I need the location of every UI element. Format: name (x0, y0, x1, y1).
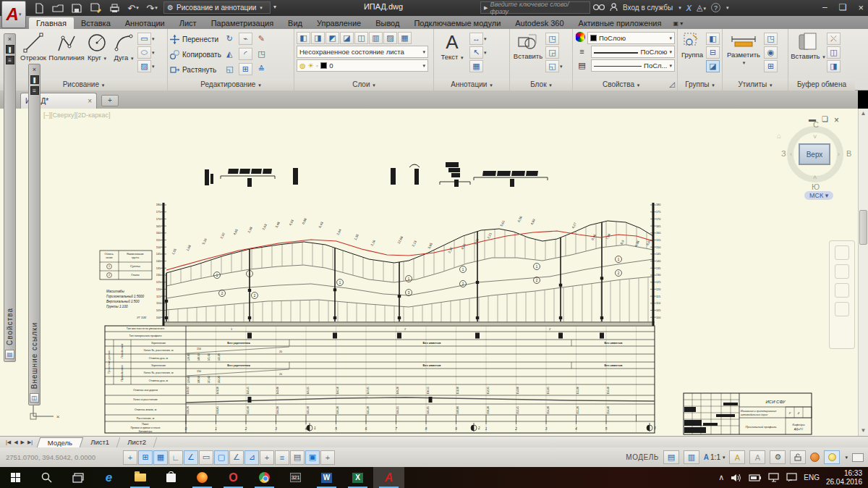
lineweight-dropdown[interactable]: ПоСлою▾ (591, 46, 675, 58)
annotation-scale-dropdown[interactable]: A 1:1 ▾ (704, 453, 726, 461)
leader-icon[interactable]: ↖ (469, 46, 483, 59)
ungroup-icon[interactable]: ◧ (706, 33, 720, 45)
quick-calc-icon[interactable]: ⊞ (764, 60, 778, 72)
toggle-osnap-3d[interactable]: ▢ (214, 450, 229, 465)
signin-user-icon[interactable] (610, 3, 618, 13)
ribbon-tab-Управление[interactable]: Управление (310, 17, 368, 29)
plot-icon[interactable] (107, 2, 122, 14)
layer-sun-icon[interactable]: ☀ (307, 62, 314, 70)
object-color-dropdown[interactable]: ПоСлою▾ (587, 32, 675, 44)
panel-label-properties[interactable]: Свойства ▾ ◿ (573, 79, 677, 91)
nav-zoom-icon[interactable] (835, 283, 849, 298)
volume-icon[interactable] (731, 473, 742, 483)
viewcube-east[interactable]: В (846, 149, 851, 158)
toggle-isodraft[interactable]: ∠ (229, 450, 244, 465)
toggle-ortho[interactable]: ∟ (169, 450, 183, 465)
hatch-icon[interactable]: ▨ (137, 60, 151, 72)
taskbar-word[interactable]: W (311, 467, 342, 488)
toggle-snap[interactable]: + (123, 450, 137, 465)
action-center-icon[interactable] (786, 473, 797, 482)
toggle-annotation-monitor[interactable]: + (320, 450, 335, 465)
taskbar-explorer[interactable] (124, 467, 156, 488)
group-selection-icon[interactable]: ◪ (706, 60, 720, 72)
arc-button[interactable]: Дуга ▾ (111, 30, 136, 79)
palette-autohide-icon[interactable]: ❚ (30, 75, 39, 84)
polyline-button[interactable]: Полилиния (51, 30, 82, 79)
task-view-button[interactable] (62, 467, 93, 488)
minimize-button[interactable]: – (822, 2, 827, 12)
dwg-restore-icon[interactable]: ❏ (822, 116, 828, 125)
stretch-button[interactable]: Растянуть (170, 64, 221, 77)
palette-properties[interactable]: × ❚ ≡ Свойства ▤ (4, 33, 16, 362)
trim-icon[interactable]: ⌁ (239, 33, 252, 45)
network-icon[interactable] (768, 473, 780, 482)
ribbon-tab-Вид[interactable]: Вид (281, 17, 310, 29)
clock[interactable]: 16:33 26.04.2016 (826, 469, 862, 487)
toggle-grid-snap[interactable]: ⊞ (138, 450, 153, 465)
ribbon-tab-Вставка[interactable]: Вставка (74, 17, 118, 29)
application-menu-button[interactable]: A▾ (1, 1, 26, 28)
group-button[interactable]: Группа (680, 30, 705, 79)
quick-select-icon[interactable]: ◳ (764, 33, 778, 45)
group-edit-icon[interactable]: ⊟ (706, 46, 720, 59)
redo-icon[interactable]: ↷▾ (145, 2, 159, 14)
layer-lock-icon[interactable]: ◫ (354, 32, 368, 44)
layout-quickview-icon[interactable]: ▤ (663, 450, 679, 464)
toggle-lineweight[interactable]: ≡ (275, 450, 289, 465)
save-as-icon[interactable] (88, 2, 103, 14)
exchange-apps-icon[interactable]: X (686, 4, 692, 12)
scale-icon[interactable]: ◱ (223, 63, 237, 75)
table-icon[interactable]: ▦ (469, 60, 483, 72)
layer-dropdown[interactable]: ◍ ☀ ◦ 0▾ (297, 59, 428, 72)
panel-label-modify[interactable]: Редактирование ▾ (168, 79, 294, 91)
layer-freeze-icon[interactable]: ◪ (340, 32, 354, 44)
palette-close-icon[interactable]: × (8, 35, 12, 43)
status-menu-icon[interactable]: ▾ (845, 455, 848, 460)
layer-unlock-icon[interactable]: ◦ (316, 62, 318, 70)
measure-button[interactable]: Разметить ▾ (725, 30, 762, 79)
panel-label-clipboard[interactable]: Буфер обмена (788, 79, 855, 91)
layout-tab-Модель[interactable]: Модель (37, 437, 84, 447)
ribbon-tab-Вывод[interactable]: Вывод (368, 17, 407, 29)
language-indicator[interactable]: ENG (804, 474, 820, 481)
copy-clip-icon[interactable]: ◫ (827, 46, 841, 59)
clean-screen-button[interactable] (852, 453, 864, 462)
tray-expand-icon[interactable]: ∧ (718, 473, 724, 482)
viewcube[interactable]: ⌂ С Ю З В ‹ › ˅ ˄ Верх МСК ▾ (780, 122, 855, 207)
taskbar-opera[interactable]: O (218, 467, 249, 488)
paste-special-icon[interactable]: ◨ (827, 60, 841, 72)
vertical-scrollbar[interactable]: ▲ ▼ (858, 109, 868, 436)
signin-label[interactable]: Вход в службы (623, 4, 673, 12)
palette-close-icon[interactable]: × (33, 66, 36, 73)
palette-autohide-icon[interactable]: ❚ (6, 45, 14, 54)
layer-isolate-icon[interactable]: ◩ (326, 32, 339, 44)
scrollbar-thumb[interactable] (859, 210, 867, 245)
toggle-dynamic-input[interactable]: + (260, 450, 274, 465)
array-icon[interactable]: ⊞ (239, 63, 252, 75)
isolate-objects-icon[interactable] (824, 450, 840, 464)
ribbon-tab-Активные приложения[interactable]: Активные приложения (571, 17, 669, 29)
toggle-object-snap-tracking[interactable]: ⊿ (244, 450, 259, 465)
taskbar-excel[interactable]: X (342, 467, 373, 488)
toggle-quick-properties[interactable]: ▣ (305, 450, 320, 465)
taskbar-mpc[interactable]: 321 (280, 467, 311, 488)
lock-ui-icon[interactable] (790, 450, 806, 464)
viewcube-south[interactable]: Ю (812, 182, 820, 191)
layout-tab-nav[interactable]: |◀◀▶▶| (0, 439, 38, 445)
performance-icon[interactable] (810, 453, 820, 462)
taskbar-search-button[interactable] (31, 467, 62, 488)
layer-prev-icon[interactable]: ▨ (383, 32, 397, 44)
taskbar-firefox[interactable] (187, 467, 218, 488)
search-arrow-icon[interactable]: ▶ (484, 5, 488, 11)
edit-attributes-icon[interactable]: ◲ (545, 46, 559, 59)
scroll-down-icon[interactable]: ▼ (859, 426, 868, 436)
id-point-icon[interactable]: ◉ (764, 46, 778, 59)
rectangle-icon[interactable]: ▭ (137, 33, 151, 45)
linetype-dropdown[interactable]: ПоСл...▾ (591, 59, 675, 72)
file-tab-close-icon[interactable]: × (88, 97, 92, 105)
fillet-icon[interactable]: ◜ (239, 48, 252, 60)
drawing-canvas[interactable]: [–][Сверху][2D-каркас] 18017517016516015… (0, 109, 858, 436)
maximize-button[interactable]: ❏ (839, 2, 847, 12)
nav-pan-icon[interactable] (835, 264, 849, 279)
panel-label-block[interactable]: Блок ▾ (510, 79, 572, 91)
